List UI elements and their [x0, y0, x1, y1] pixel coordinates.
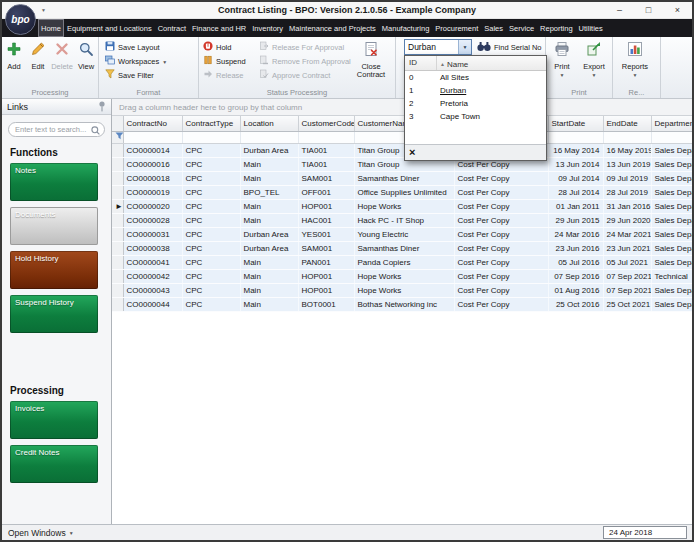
cell[interactable]: Samanthas Diner [354, 241, 454, 255]
tab-utilities[interactable]: Utilities [576, 19, 606, 37]
cell[interactable]: Main [240, 255, 298, 269]
cell[interactable]: Sales Department [651, 213, 692, 227]
cell[interactable]: 01 Aug 2016 [548, 283, 603, 297]
cell[interactable]: Main [240, 199, 298, 213]
filter-cell[interactable] [298, 131, 354, 143]
close-contract-button[interactable]: Close Contract [351, 37, 391, 86]
cell[interactable]: CO0000028 [123, 213, 182, 227]
cell[interactable]: 13 Jun 2019 [603, 157, 651, 171]
column-header-startdate[interactable]: StartDate [548, 116, 603, 131]
release-button[interactable]: Release [199, 68, 255, 82]
cell[interactable]: CPC [182, 297, 240, 311]
cell[interactable]: HOP001 [298, 199, 354, 213]
cell[interactable]: Main [240, 269, 298, 283]
print-button[interactable]: Print ▼ [546, 37, 578, 86]
cell[interactable]: Bothas Networking inc [354, 297, 454, 311]
cell[interactable]: 09 Jul 2014 [548, 171, 603, 185]
view-button[interactable]: View [74, 37, 98, 86]
cell[interactable]: Cost Per Copy [454, 213, 548, 227]
maximize-button[interactable]: □ [634, 2, 663, 18]
table-row[interactable]: ►CO0000020CPCMainHOP001Hope WorksCost Pe… [112, 199, 692, 213]
cell[interactable]: Sales Department [651, 143, 692, 157]
cell[interactable]: Cost Per Copy [454, 297, 548, 311]
cell[interactable]: CPC [182, 283, 240, 297]
cell[interactable]: Main [240, 171, 298, 185]
workspaces-button[interactable]: Workspaces ▼ [99, 54, 198, 68]
cell[interactable]: Main [240, 213, 298, 227]
table-row[interactable]: CO0000031CPCDurban AreaYES001Young Elect… [112, 227, 692, 241]
cell[interactable]: 24 Mar 2016 [548, 227, 603, 241]
release-for-approval-button[interactable]: Release For Approval [255, 40, 351, 54]
dropdown-row-all-sites[interactable]: 0All Sites [405, 71, 546, 84]
cell[interactable]: BPO_TEL [240, 185, 298, 199]
cell[interactable]: CPC [182, 171, 240, 185]
remove-from-approval-button[interactable]: Remove From Approval [255, 54, 351, 68]
cell[interactable]: Sales Department [651, 297, 692, 311]
cell[interactable]: TIA001 [298, 157, 354, 171]
site-combobox-arrow-button[interactable]: ▼ [458, 40, 471, 54]
table-row[interactable]: CO0000042CPCMainHOP001Hope WorksCost Per… [112, 269, 692, 283]
tab-manufacturing[interactable]: Manufacturing [379, 19, 433, 37]
tab-inventory[interactable]: Inventory [249, 19, 286, 37]
tab-finance-and-hr[interactable]: Finance and HR [189, 19, 249, 37]
tab-sales[interactable]: Sales [481, 19, 506, 37]
column-header-contracttype[interactable]: ContractType [182, 116, 240, 131]
column-header-customercode[interactable]: CustomerCode [298, 116, 354, 131]
cell[interactable]: CO0000019 [123, 185, 182, 199]
cell[interactable]: 07 Sep 2021 [603, 283, 651, 297]
cell[interactable]: Sales Department [651, 283, 692, 297]
cell[interactable]: Hope Works [354, 199, 454, 213]
sidebar-item-documents[interactable]: Documents [10, 207, 98, 245]
cell[interactable]: 01 Jan 2011 [548, 199, 603, 213]
cell[interactable]: CO0000031 [123, 227, 182, 241]
cell[interactable]: TIA001 [298, 143, 354, 157]
cell[interactable]: Technical [651, 269, 692, 283]
cell[interactable]: Samanthas Diner [354, 171, 454, 185]
cell[interactable]: Cost Per Copy [454, 283, 548, 297]
dropdown-row-durban[interactable]: 1Durban [405, 84, 546, 97]
dropdown-row-cape-town[interactable]: 3Cape Town [405, 110, 546, 123]
cell[interactable]: Sales Department [651, 185, 692, 199]
cell[interactable]: CPC [182, 255, 240, 269]
minimize-button[interactable]: – [605, 2, 634, 18]
open-windows-button[interactable]: Open Windows ▼ [8, 528, 74, 538]
cell[interactable]: CPC [182, 185, 240, 199]
cell[interactable]: Cost Per Copy [454, 171, 548, 185]
cell[interactable]: OFF001 [298, 185, 354, 199]
cell[interactable]: 07 Sep 2016 [548, 269, 603, 283]
cell[interactable]: Sales Department [651, 255, 692, 269]
tab-home[interactable]: Home [38, 19, 64, 37]
cell[interactable]: Main [240, 157, 298, 171]
filter-cell[interactable] [182, 131, 240, 143]
cell[interactable]: SAM001 [298, 171, 354, 185]
cell[interactable]: HOP001 [298, 269, 354, 283]
table-row[interactable]: CO0000014CPCDurban AreaTIA001Titan Group… [112, 143, 692, 157]
tab-reporting[interactable]: Reporting [537, 19, 576, 37]
table-row[interactable]: CO0000044CPCMainBOT0001Bothas Networking… [112, 297, 692, 311]
table-row[interactable]: CO0000041CPCMainPAN001Panda CopiersCost … [112, 255, 692, 269]
filter-cell[interactable] [240, 131, 298, 143]
table-row[interactable]: CO0000016CPCMainTIA001Titan GroupCost Pe… [112, 157, 692, 171]
cell[interactable]: Panda Copiers [354, 255, 454, 269]
filter-cell[interactable] [651, 131, 692, 143]
tab-maintenance-and-projects[interactable]: Maintenance and Projects [286, 19, 379, 37]
site-combobox[interactable]: Durban ▼ [404, 39, 472, 55]
dropdown-row-pretoria[interactable]: 2Pretoria [405, 97, 546, 110]
cell[interactable]: 05 Jul 2016 [548, 255, 603, 269]
column-header-departmentname[interactable]: DepartmentName [651, 116, 692, 131]
approve-contract-button[interactable]: Approve Contract [255, 68, 351, 82]
edit-button[interactable]: Edit [26, 37, 50, 86]
cell[interactable]: 16 May 2014 [548, 143, 603, 157]
cell[interactable]: HOP001 [298, 283, 354, 297]
table-row[interactable]: CO0000043CPCMainHOP001Hope WorksCost Per… [112, 283, 692, 297]
cell[interactable]: CO0000044 [123, 297, 182, 311]
cell[interactable]: 23 Jun 2016 [548, 241, 603, 255]
cell[interactable]: CPC [182, 227, 240, 241]
sidebar-item-invoices[interactable]: Invoices [10, 401, 98, 439]
save-filter-button[interactable]: Save Filter [99, 68, 198, 82]
cell[interactable]: 28 Jul 2019 [603, 185, 651, 199]
cell[interactable]: Cost Per Copy [454, 255, 548, 269]
quick-access-chevron-icon[interactable]: ▼ [41, 7, 46, 13]
pin-icon[interactable] [98, 98, 106, 116]
cell[interactable]: Sales Department [651, 199, 692, 213]
